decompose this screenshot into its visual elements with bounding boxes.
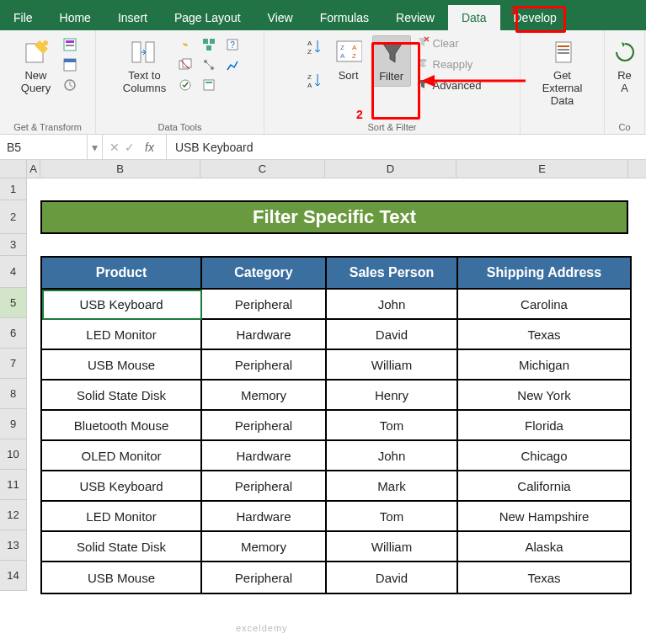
row-header-8[interactable]: 8 [0, 379, 27, 409]
tab-insert[interactable]: Insert [104, 5, 161, 30]
row-header-11[interactable]: 11 [0, 470, 27, 500]
table-header-cell[interactable]: Category [202, 258, 327, 290]
get-external-data-button[interactable]: Get External Data [527, 35, 597, 110]
filter-button[interactable]: Filter [372, 35, 411, 87]
table-cell[interactable]: Florida [458, 411, 630, 441]
recent-sources-button[interactable] [61, 76, 79, 94]
row-header-5[interactable]: 5 [0, 288, 27, 318]
table-cell[interactable]: LED Monitor [42, 320, 202, 350]
tab-file[interactable]: File [0, 5, 46, 30]
table-cell[interactable]: Solid State Disk [42, 381, 202, 411]
data-validation-button[interactable] [176, 76, 195, 94]
row-header-9[interactable]: 9 [0, 409, 27, 439]
from-table-button[interactable] [61, 56, 79, 74]
remove-duplicates-button[interactable] [176, 56, 195, 74]
table-cell[interactable]: USB Keyboard [42, 471, 202, 502]
table-cell[interactable]: Tom [327, 411, 458, 441]
table-cell[interactable]: OLED Monitor [42, 441, 202, 471]
table-header-cell[interactable]: Sales Person [327, 258, 458, 290]
table-cell[interactable]: Henry [327, 381, 458, 411]
refresh-all-button[interactable]: Re A [606, 35, 643, 98]
col-header-E[interactable]: E [456, 160, 628, 178]
new-query-button[interactable]: New Query [16, 35, 56, 98]
row-header-10[interactable]: 10 [0, 439, 27, 470]
table-cell[interactable]: Peripheral [202, 471, 327, 502]
table-cell[interactable]: Texas [458, 320, 630, 350]
table-cell[interactable]: USB Mouse [42, 350, 202, 381]
tab-review[interactable]: Review [382, 5, 448, 30]
row-header-6[interactable]: 6 [0, 318, 27, 349]
table-cell[interactable]: Texas [458, 562, 630, 593]
tab-data[interactable]: Data [448, 5, 500, 30]
sort-asc-button[interactable]: AZ [303, 35, 325, 57]
flash-fill-button[interactable] [176, 35, 195, 54]
tab-view[interactable]: View [254, 5, 307, 30]
table-cell[interactable]: LED Monitor [42, 502, 202, 532]
table-cell[interactable]: Bluetooth Mouse [42, 411, 202, 441]
table-cell[interactable]: New York [458, 381, 630, 411]
fx-icon[interactable]: fx [140, 141, 159, 154]
row-header-13[interactable]: 13 [0, 530, 27, 561]
col-header-C[interactable]: C [200, 160, 325, 178]
table-cell[interactable]: David [327, 320, 458, 350]
tab-home[interactable]: Home [46, 5, 104, 30]
table-cell[interactable]: Hardware [202, 441, 327, 471]
table-cell[interactable]: USB Keyboard [42, 290, 202, 320]
table-cell[interactable]: Memory [202, 381, 327, 411]
text-to-columns-button[interactable]: Text to Columns [118, 35, 171, 98]
table-cell[interactable]: Hardware [202, 320, 327, 350]
tab-page-layout[interactable]: Page Layout [161, 5, 254, 30]
name-box-dropdown[interactable]: ▾ [88, 135, 103, 159]
show-queries-button[interactable] [61, 35, 79, 54]
name-box[interactable]: B5 [0, 135, 88, 159]
table-cell[interactable]: New Hampshire [458, 502, 630, 532]
row-header-14[interactable]: 14 [0, 561, 27, 591]
table-header-cell[interactable]: Product [42, 258, 202, 290]
col-header-A[interactable]: A [27, 160, 40, 178]
col-header-B[interactable]: B [40, 160, 200, 178]
table-cell[interactable]: David [327, 562, 458, 593]
table-cell[interactable]: Peripheral [202, 290, 327, 320]
table-cell[interactable]: Peripheral [202, 411, 327, 441]
table-cell[interactable]: Peripheral [202, 350, 327, 381]
row-header-3[interactable]: 3 [0, 234, 27, 256]
formula-input[interactable]: USB Keyboard [167, 135, 646, 159]
table-cell[interactable]: Carolina [458, 290, 630, 320]
advanced-filter-button[interactable]: Advanced [416, 77, 482, 93]
table-cell[interactable]: Alaska [458, 532, 630, 562]
table-cell[interactable]: William [327, 350, 458, 381]
cancel-icon[interactable]: ✕ [109, 141, 120, 154]
table-cell[interactable]: USB Mouse [42, 562, 202, 593]
table-cell[interactable]: Mark [327, 471, 458, 502]
row-header-12[interactable]: 12 [0, 500, 27, 530]
worksheet-grid[interactable]: A B C D E 1234567891011121314 Filter Spe… [0, 160, 646, 178]
title-cell[interactable]: Filter Specific Text [40, 200, 628, 234]
table-header-cell[interactable]: Shipping Address [458, 258, 630, 290]
manage-data-model-button[interactable] [200, 76, 218, 94]
row-header-1[interactable]: 1 [0, 178, 27, 200]
select-all-corner[interactable] [0, 160, 27, 178]
table-cell[interactable]: Solid State Disk [42, 532, 202, 562]
consolidate-button[interactable] [200, 35, 218, 54]
row-header-4[interactable]: 4 [0, 256, 27, 288]
table-cell[interactable]: Tom [327, 502, 458, 532]
relationships-button[interactable] [200, 56, 218, 74]
table-cell[interactable]: California [458, 471, 630, 502]
what-if-button[interactable]: ? [223, 35, 242, 54]
sort-desc-button[interactable]: ZA [303, 69, 325, 91]
reapply-button[interactable]: Reapply [416, 56, 482, 72]
clear-filter-button[interactable]: Clear [416, 35, 482, 51]
row-header-7[interactable]: 7 [0, 349, 27, 379]
table-cell[interactable]: Memory [202, 532, 327, 562]
table-cell[interactable]: William [327, 532, 458, 562]
table-cell[interactable]: Chicago [458, 441, 630, 471]
enter-icon[interactable]: ✓ [125, 141, 135, 154]
row-header-2[interactable]: 2 [0, 200, 27, 234]
sort-button[interactable]: ZAAZ Sort [330, 35, 367, 85]
tab-formulas[interactable]: Formulas [307, 5, 382, 30]
table-cell[interactable]: John [327, 290, 458, 320]
table-cell[interactable]: Peripheral [202, 562, 327, 593]
table-cell[interactable]: Hardware [202, 502, 327, 532]
table-cell[interactable]: John [327, 441, 458, 471]
forecast-button[interactable] [223, 56, 242, 74]
